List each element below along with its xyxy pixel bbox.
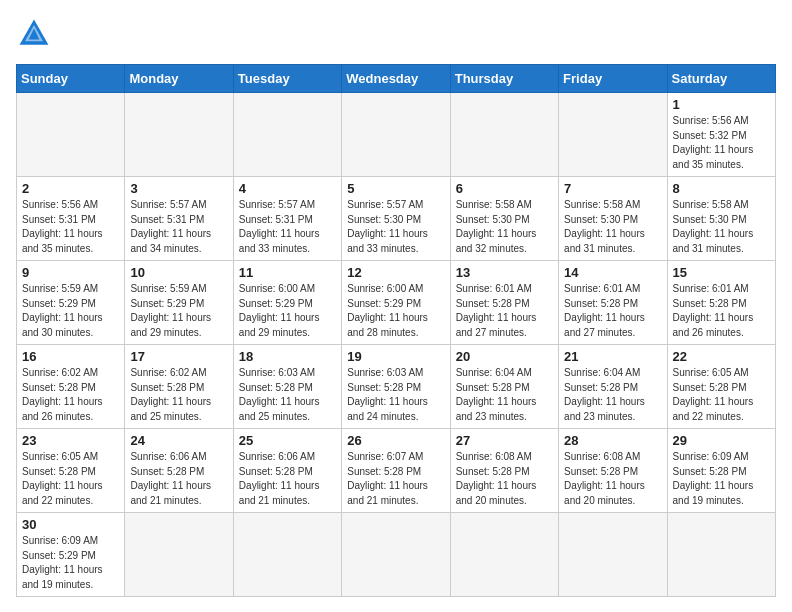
weekday-wednesday: Wednesday bbox=[342, 65, 450, 93]
calendar-cell: 16Sunrise: 6:02 AM Sunset: 5:28 PM Dayli… bbox=[17, 345, 125, 429]
day-info: Sunrise: 5:59 AM Sunset: 5:29 PM Dayligh… bbox=[130, 282, 227, 340]
calendar-cell: 18Sunrise: 6:03 AM Sunset: 5:28 PM Dayli… bbox=[233, 345, 341, 429]
day-number: 26 bbox=[347, 433, 444, 448]
day-info: Sunrise: 6:01 AM Sunset: 5:28 PM Dayligh… bbox=[456, 282, 553, 340]
calendar-cell: 29Sunrise: 6:09 AM Sunset: 5:28 PM Dayli… bbox=[667, 429, 775, 513]
day-number: 19 bbox=[347, 349, 444, 364]
week-row-3: 9Sunrise: 5:59 AM Sunset: 5:29 PM Daylig… bbox=[17, 261, 776, 345]
calendar-cell: 14Sunrise: 6:01 AM Sunset: 5:28 PM Dayli… bbox=[559, 261, 667, 345]
calendar-cell bbox=[450, 513, 558, 597]
day-info: Sunrise: 6:01 AM Sunset: 5:28 PM Dayligh… bbox=[673, 282, 770, 340]
weekday-saturday: Saturday bbox=[667, 65, 775, 93]
day-number: 18 bbox=[239, 349, 336, 364]
day-info: Sunrise: 5:56 AM Sunset: 5:31 PM Dayligh… bbox=[22, 198, 119, 256]
calendar-cell: 26Sunrise: 6:07 AM Sunset: 5:28 PM Dayli… bbox=[342, 429, 450, 513]
day-info: Sunrise: 6:00 AM Sunset: 5:29 PM Dayligh… bbox=[347, 282, 444, 340]
day-number: 1 bbox=[673, 97, 770, 112]
day-number: 20 bbox=[456, 349, 553, 364]
day-number: 25 bbox=[239, 433, 336, 448]
day-number: 11 bbox=[239, 265, 336, 280]
day-number: 2 bbox=[22, 181, 119, 196]
day-number: 6 bbox=[456, 181, 553, 196]
day-info: Sunrise: 5:57 AM Sunset: 5:31 PM Dayligh… bbox=[239, 198, 336, 256]
day-info: Sunrise: 6:06 AM Sunset: 5:28 PM Dayligh… bbox=[130, 450, 227, 508]
day-info: Sunrise: 6:08 AM Sunset: 5:28 PM Dayligh… bbox=[456, 450, 553, 508]
calendar-cell bbox=[559, 513, 667, 597]
calendar-cell: 22Sunrise: 6:05 AM Sunset: 5:28 PM Dayli… bbox=[667, 345, 775, 429]
day-info: Sunrise: 6:09 AM Sunset: 5:29 PM Dayligh… bbox=[22, 534, 119, 592]
calendar-cell: 28Sunrise: 6:08 AM Sunset: 5:28 PM Dayli… bbox=[559, 429, 667, 513]
week-row-5: 23Sunrise: 6:05 AM Sunset: 5:28 PM Dayli… bbox=[17, 429, 776, 513]
week-row-6: 30Sunrise: 6:09 AM Sunset: 5:29 PM Dayli… bbox=[17, 513, 776, 597]
day-number: 29 bbox=[673, 433, 770, 448]
week-row-4: 16Sunrise: 6:02 AM Sunset: 5:28 PM Dayli… bbox=[17, 345, 776, 429]
calendar-cell: 6Sunrise: 5:58 AM Sunset: 5:30 PM Daylig… bbox=[450, 177, 558, 261]
day-number: 23 bbox=[22, 433, 119, 448]
day-info: Sunrise: 5:57 AM Sunset: 5:30 PM Dayligh… bbox=[347, 198, 444, 256]
week-row-1: 1Sunrise: 5:56 AM Sunset: 5:32 PM Daylig… bbox=[17, 93, 776, 177]
day-number: 7 bbox=[564, 181, 661, 196]
calendar-cell bbox=[342, 93, 450, 177]
day-info: Sunrise: 6:02 AM Sunset: 5:28 PM Dayligh… bbox=[130, 366, 227, 424]
weekday-friday: Friday bbox=[559, 65, 667, 93]
day-number: 3 bbox=[130, 181, 227, 196]
day-number: 14 bbox=[564, 265, 661, 280]
calendar-cell: 23Sunrise: 6:05 AM Sunset: 5:28 PM Dayli… bbox=[17, 429, 125, 513]
calendar-cell bbox=[17, 93, 125, 177]
day-info: Sunrise: 6:07 AM Sunset: 5:28 PM Dayligh… bbox=[347, 450, 444, 508]
day-number: 21 bbox=[564, 349, 661, 364]
day-info: Sunrise: 6:02 AM Sunset: 5:28 PM Dayligh… bbox=[22, 366, 119, 424]
calendar-cell: 10Sunrise: 5:59 AM Sunset: 5:29 PM Dayli… bbox=[125, 261, 233, 345]
day-number: 8 bbox=[673, 181, 770, 196]
day-number: 17 bbox=[130, 349, 227, 364]
weekday-tuesday: Tuesday bbox=[233, 65, 341, 93]
calendar-cell: 24Sunrise: 6:06 AM Sunset: 5:28 PM Dayli… bbox=[125, 429, 233, 513]
week-row-2: 2Sunrise: 5:56 AM Sunset: 5:31 PM Daylig… bbox=[17, 177, 776, 261]
calendar-cell: 1Sunrise: 5:56 AM Sunset: 5:32 PM Daylig… bbox=[667, 93, 775, 177]
day-info: Sunrise: 6:03 AM Sunset: 5:28 PM Dayligh… bbox=[347, 366, 444, 424]
day-info: Sunrise: 5:57 AM Sunset: 5:31 PM Dayligh… bbox=[130, 198, 227, 256]
calendar-cell: 15Sunrise: 6:01 AM Sunset: 5:28 PM Dayli… bbox=[667, 261, 775, 345]
day-info: Sunrise: 6:04 AM Sunset: 5:28 PM Dayligh… bbox=[564, 366, 661, 424]
day-number: 15 bbox=[673, 265, 770, 280]
day-info: Sunrise: 6:09 AM Sunset: 5:28 PM Dayligh… bbox=[673, 450, 770, 508]
calendar-cell: 30Sunrise: 6:09 AM Sunset: 5:29 PM Dayli… bbox=[17, 513, 125, 597]
calendar-cell: 20Sunrise: 6:04 AM Sunset: 5:28 PM Dayli… bbox=[450, 345, 558, 429]
logo bbox=[16, 16, 56, 52]
weekday-sunday: Sunday bbox=[17, 65, 125, 93]
calendar-cell: 2Sunrise: 5:56 AM Sunset: 5:31 PM Daylig… bbox=[17, 177, 125, 261]
calendar-cell: 17Sunrise: 6:02 AM Sunset: 5:28 PM Dayli… bbox=[125, 345, 233, 429]
day-number: 5 bbox=[347, 181, 444, 196]
day-number: 10 bbox=[130, 265, 227, 280]
day-number: 24 bbox=[130, 433, 227, 448]
calendar-cell: 4Sunrise: 5:57 AM Sunset: 5:31 PM Daylig… bbox=[233, 177, 341, 261]
page-header bbox=[16, 16, 776, 52]
day-info: Sunrise: 6:05 AM Sunset: 5:28 PM Dayligh… bbox=[22, 450, 119, 508]
day-number: 12 bbox=[347, 265, 444, 280]
day-info: Sunrise: 5:58 AM Sunset: 5:30 PM Dayligh… bbox=[456, 198, 553, 256]
logo-icon bbox=[16, 16, 52, 52]
calendar-cell bbox=[559, 93, 667, 177]
calendar-cell bbox=[233, 513, 341, 597]
day-number: 16 bbox=[22, 349, 119, 364]
calendar-cell: 9Sunrise: 5:59 AM Sunset: 5:29 PM Daylig… bbox=[17, 261, 125, 345]
day-info: Sunrise: 5:58 AM Sunset: 5:30 PM Dayligh… bbox=[673, 198, 770, 256]
calendar-cell bbox=[233, 93, 341, 177]
day-info: Sunrise: 5:59 AM Sunset: 5:29 PM Dayligh… bbox=[22, 282, 119, 340]
weekday-thursday: Thursday bbox=[450, 65, 558, 93]
calendar-cell bbox=[342, 513, 450, 597]
day-info: Sunrise: 6:08 AM Sunset: 5:28 PM Dayligh… bbox=[564, 450, 661, 508]
day-number: 27 bbox=[456, 433, 553, 448]
day-info: Sunrise: 6:00 AM Sunset: 5:29 PM Dayligh… bbox=[239, 282, 336, 340]
calendar-cell: 5Sunrise: 5:57 AM Sunset: 5:30 PM Daylig… bbox=[342, 177, 450, 261]
calendar-cell: 21Sunrise: 6:04 AM Sunset: 5:28 PM Dayli… bbox=[559, 345, 667, 429]
calendar-table: SundayMondayTuesdayWednesdayThursdayFrid… bbox=[16, 64, 776, 597]
calendar-cell bbox=[450, 93, 558, 177]
day-info: Sunrise: 6:04 AM Sunset: 5:28 PM Dayligh… bbox=[456, 366, 553, 424]
day-number: 4 bbox=[239, 181, 336, 196]
day-number: 22 bbox=[673, 349, 770, 364]
calendar-cell: 13Sunrise: 6:01 AM Sunset: 5:28 PM Dayli… bbox=[450, 261, 558, 345]
day-info: Sunrise: 5:58 AM Sunset: 5:30 PM Dayligh… bbox=[564, 198, 661, 256]
calendar-cell: 3Sunrise: 5:57 AM Sunset: 5:31 PM Daylig… bbox=[125, 177, 233, 261]
calendar-cell: 11Sunrise: 6:00 AM Sunset: 5:29 PM Dayli… bbox=[233, 261, 341, 345]
